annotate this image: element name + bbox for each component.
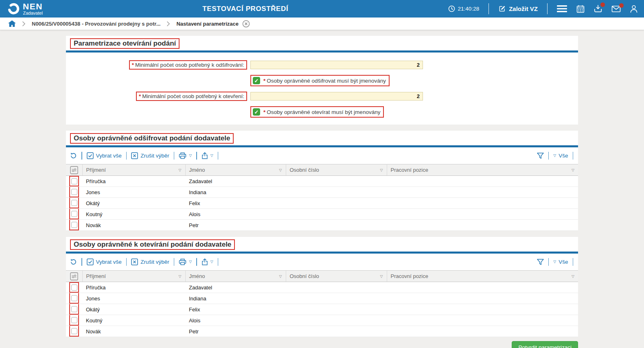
required-marker: * — [132, 62, 134, 68]
filter-button[interactable] — [537, 153, 544, 159]
cell-personal-number — [286, 209, 387, 220]
checkbox-x-icon — [131, 258, 138, 265]
clear-selection-label: Zrušit výběr — [140, 153, 169, 159]
required-marker: * — [263, 78, 265, 84]
breadcrumb-item-current: Nastavení parametrizace — [176, 20, 250, 28]
row-checkbox-highlight — [69, 176, 79, 186]
row-checkbox-highlight — [69, 282, 79, 293]
cell-position — [387, 304, 578, 315]
caret-down-icon[interactable]: ▽ — [189, 154, 192, 158]
cell-surname: Jones — [82, 293, 185, 304]
caret-down-icon[interactable]: ▽ — [210, 260, 213, 264]
row-checkbox-highlight — [69, 209, 79, 219]
cell-personal-number — [286, 187, 387, 198]
filter-scope-dropdown[interactable]: ▽ Vše — [553, 153, 568, 159]
export-button[interactable]: ▽ — [202, 152, 213, 159]
column-filter-icon[interactable]: ▽ — [380, 274, 383, 278]
column-header-name[interactable]: Jméno▽ — [185, 271, 286, 282]
row-checkbox[interactable] — [71, 211, 77, 217]
caret-down-icon[interactable]: ▽ — [210, 154, 213, 158]
row-checkbox-highlight — [69, 187, 79, 197]
table-row: Příručka Zadavatel — [66, 176, 578, 187]
toolbar-divider — [196, 152, 197, 160]
clear-selection-button[interactable]: Zrušit výběr — [131, 258, 169, 265]
section-title-parametrization: Parametrizace otevírání podání — [70, 38, 180, 49]
notification-badge — [619, 3, 624, 8]
filter-scope-label: Vše — [559, 259, 568, 265]
checkbox-x-icon — [131, 152, 138, 159]
column-settings-button[interactable] — [66, 164, 82, 176]
create-vz-button[interactable]: Založit VZ — [498, 5, 538, 13]
column-header-position[interactable]: Pracovní pozice▽ — [387, 164, 578, 176]
column-filter-icon[interactable]: ▽ — [279, 168, 282, 172]
header-divider — [488, 3, 489, 14]
table-row: Novák Petr — [66, 326, 578, 337]
column-header-personal-number[interactable]: Osobní číslo▽ — [286, 271, 387, 282]
downloads-button[interactable] — [594, 5, 602, 13]
row-checkbox[interactable] — [71, 178, 77, 184]
cell-name: Petr — [185, 326, 286, 337]
column-header-surname[interactable]: Příjmení▽ — [82, 164, 185, 176]
column-filter-icon[interactable]: ▽ — [179, 168, 182, 172]
cell-personal-number — [286, 282, 387, 293]
decrypt-named-checkbox-group: ✓ * Osoby oprávněné odšifrovat musí být … — [250, 75, 390, 86]
refresh-button[interactable] — [70, 258, 77, 265]
caret-down-icon[interactable]: ▽ — [189, 260, 192, 264]
min-decrypt-input[interactable] — [250, 61, 423, 69]
print-button[interactable]: ▽ — [179, 258, 192, 265]
home-button[interactable] — [8, 20, 16, 27]
column-filter-icon[interactable]: ▽ — [179, 274, 182, 278]
menu-button[interactable] — [557, 5, 567, 12]
caret-down-icon: ▽ — [553, 260, 556, 264]
server-time: 21:40:28 — [448, 5, 480, 12]
export-button[interactable]: ▽ — [202, 258, 213, 265]
cell-personal-number — [286, 293, 387, 304]
column-header-surname[interactable]: Příjmení▽ — [82, 271, 185, 282]
messages-button[interactable] — [611, 6, 621, 12]
min-open-input[interactable] — [250, 92, 423, 101]
column-header-position[interactable]: Pracovní pozice▽ — [387, 271, 578, 282]
select-all-button[interactable]: Vybrat vše — [87, 152, 122, 159]
filter-button[interactable] — [537, 259, 544, 265]
user-profile-button[interactable] — [630, 5, 637, 13]
row-checkbox[interactable] — [71, 306, 77, 312]
row-checkbox[interactable] — [71, 200, 77, 206]
row-checkbox[interactable] — [71, 295, 77, 301]
filter-scope-dropdown[interactable]: ▽ Vše — [553, 259, 568, 265]
refresh-button[interactable] — [70, 152, 77, 159]
check-icon: ✓ — [254, 109, 259, 115]
cell-surname: Koutný — [82, 209, 185, 220]
edit-icon — [498, 5, 506, 13]
open-persons-section: Osoby oprávněné k otevírání podání dodav… — [66, 237, 578, 337]
row-checkbox[interactable] — [71, 328, 77, 334]
row-checkbox[interactable] — [71, 285, 77, 291]
column-filter-icon[interactable]: ▽ — [572, 274, 574, 278]
print-button[interactable]: ▽ — [179, 152, 192, 159]
decrypt-named-checkbox[interactable]: ✓ — [253, 77, 260, 84]
breadcrumb-item-procurement[interactable]: N006/25/V00005438 - Provozování prodejny… — [32, 21, 160, 27]
row-checkbox[interactable] — [71, 222, 77, 228]
nen-logo[interactable]: NEN Zadavatel — [7, 2, 43, 15]
person-icon — [630, 5, 637, 13]
column-header-personal-number[interactable]: Osobní číslo▽ — [286, 164, 387, 176]
clear-selection-button[interactable]: Zrušit výběr — [131, 152, 169, 159]
cell-surname: Jones — [82, 187, 185, 198]
clear-selection-label: Zrušit výběr — [140, 259, 169, 265]
cell-name: Alois — [185, 209, 286, 220]
toolbar-divider — [573, 152, 574, 160]
clock-icon — [448, 5, 455, 12]
column-filter-icon[interactable]: ▽ — [572, 168, 574, 172]
row-checkbox-highlight — [69, 315, 79, 326]
row-checkbox[interactable] — [71, 189, 77, 195]
open-named-checkbox[interactable]: ✓ — [253, 108, 260, 116]
row-checkbox[interactable] — [71, 317, 77, 323]
column-filter-icon[interactable]: ▽ — [279, 274, 282, 278]
close-tab-icon[interactable] — [242, 20, 250, 28]
column-filter-icon[interactable]: ▽ — [380, 168, 383, 172]
select-all-button[interactable]: Vybrat vše — [87, 258, 122, 265]
calendar-button[interactable] — [576, 5, 585, 13]
column-header-name[interactable]: Jméno▽ — [185, 164, 286, 176]
table-row: Koutný Alois — [66, 315, 578, 326]
confirm-parametrization-button[interactable]: Potvrdit parametrizaci — [512, 341, 578, 348]
column-settings-button[interactable] — [66, 271, 82, 282]
